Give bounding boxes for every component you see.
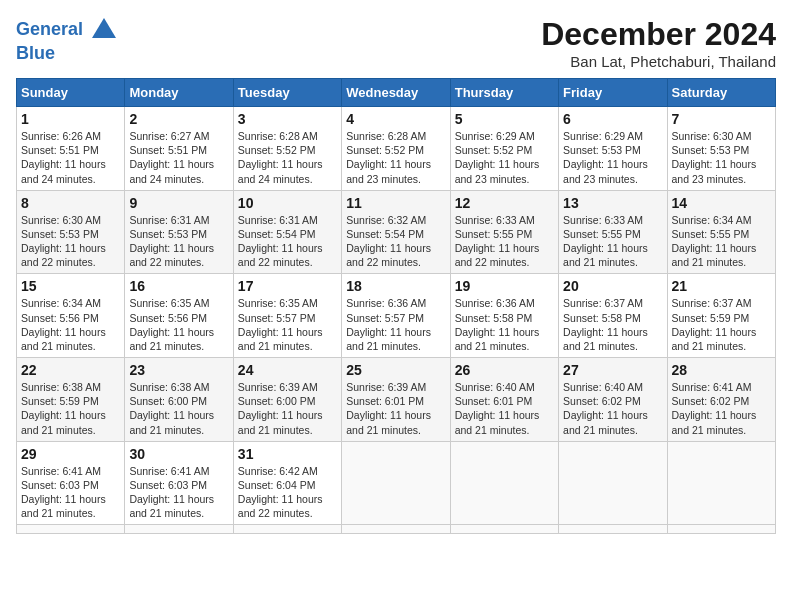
day-info-8: Sunrise: 6:30 AMSunset: 5:53 PMDaylight:… [21, 213, 120, 270]
day-info-1: Sunrise: 6:26 AMSunset: 5:51 PMDaylight:… [21, 129, 120, 186]
day-info-7: Sunrise: 6:30 AMSunset: 5:53 PMDaylight:… [672, 129, 771, 186]
day-info-27: Sunrise: 6:40 AMSunset: 6:02 PMDaylight:… [563, 380, 662, 437]
calendar-week-3: 15Sunrise: 6:34 AMSunset: 5:56 PMDayligh… [17, 274, 776, 358]
calendar-day-20: 20Sunrise: 6:37 AMSunset: 5:58 PMDayligh… [559, 274, 667, 358]
empty-cell [17, 525, 125, 534]
day-info-24: Sunrise: 6:39 AMSunset: 6:00 PMDaylight:… [238, 380, 337, 437]
header-thursday: Thursday [450, 79, 558, 107]
day-number-4: 4 [346, 111, 445, 127]
calendar-day-2: 2Sunrise: 6:27 AMSunset: 5:51 PMDaylight… [125, 107, 233, 191]
calendar-day-7: 7Sunrise: 6:30 AMSunset: 5:53 PMDaylight… [667, 107, 775, 191]
calendar-day-9: 9Sunrise: 6:31 AMSunset: 5:53 PMDaylight… [125, 190, 233, 274]
calendar-day-21: 21Sunrise: 6:37 AMSunset: 5:59 PMDayligh… [667, 274, 775, 358]
empty-cell [233, 525, 341, 534]
calendar-day-6: 6Sunrise: 6:29 AMSunset: 5:53 PMDaylight… [559, 107, 667, 191]
day-info-14: Sunrise: 6:34 AMSunset: 5:55 PMDaylight:… [672, 213, 771, 270]
calendar-day-10: 10Sunrise: 6:31 AMSunset: 5:54 PMDayligh… [233, 190, 341, 274]
header-friday: Friday [559, 79, 667, 107]
calendar-day-18: 18Sunrise: 6:36 AMSunset: 5:57 PMDayligh… [342, 274, 450, 358]
calendar-day-4: 4Sunrise: 6:28 AMSunset: 5:52 PMDaylight… [342, 107, 450, 191]
day-info-12: Sunrise: 6:33 AMSunset: 5:55 PMDaylight:… [455, 213, 554, 270]
calendar-day-23: 23Sunrise: 6:38 AMSunset: 6:00 PMDayligh… [125, 358, 233, 442]
day-number-21: 21 [672, 278, 771, 294]
day-number-11: 11 [346, 195, 445, 211]
day-number-27: 27 [563, 362, 662, 378]
day-info-20: Sunrise: 6:37 AMSunset: 5:58 PMDaylight:… [563, 296, 662, 353]
logo-text2: Blue [16, 44, 118, 64]
location: Ban Lat, Phetchaburi, Thailand [541, 53, 776, 70]
weekday-header-row: Sunday Monday Tuesday Wednesday Thursday… [17, 79, 776, 107]
calendar-table: Sunday Monday Tuesday Wednesday Thursday… [16, 78, 776, 534]
calendar-day-1: 1Sunrise: 6:26 AMSunset: 5:51 PMDaylight… [17, 107, 125, 191]
day-number-30: 30 [129, 446, 228, 462]
empty-cell [342, 525, 450, 534]
day-info-15: Sunrise: 6:34 AMSunset: 5:56 PMDaylight:… [21, 296, 120, 353]
month-title: December 2024 [541, 16, 776, 53]
day-info-18: Sunrise: 6:36 AMSunset: 5:57 PMDaylight:… [346, 296, 445, 353]
day-info-6: Sunrise: 6:29 AMSunset: 5:53 PMDaylight:… [563, 129, 662, 186]
day-number-31: 31 [238, 446, 337, 462]
day-number-1: 1 [21, 111, 120, 127]
calendar-week-5: 29Sunrise: 6:41 AMSunset: 6:03 PMDayligh… [17, 441, 776, 525]
calendar-day-24: 24Sunrise: 6:39 AMSunset: 6:00 PMDayligh… [233, 358, 341, 442]
calendar-day-3: 3Sunrise: 6:28 AMSunset: 5:52 PMDaylight… [233, 107, 341, 191]
day-info-22: Sunrise: 6:38 AMSunset: 5:59 PMDaylight:… [21, 380, 120, 437]
calendar-day-15: 15Sunrise: 6:34 AMSunset: 5:56 PMDayligh… [17, 274, 125, 358]
day-number-5: 5 [455, 111, 554, 127]
day-info-25: Sunrise: 6:39 AMSunset: 6:01 PMDaylight:… [346, 380, 445, 437]
day-number-26: 26 [455, 362, 554, 378]
day-info-3: Sunrise: 6:28 AMSunset: 5:52 PMDaylight:… [238, 129, 337, 186]
day-number-6: 6 [563, 111, 662, 127]
calendar-week-4: 22Sunrise: 6:38 AMSunset: 5:59 PMDayligh… [17, 358, 776, 442]
day-number-12: 12 [455, 195, 554, 211]
day-info-19: Sunrise: 6:36 AMSunset: 5:58 PMDaylight:… [455, 296, 554, 353]
calendar-day-16: 16Sunrise: 6:35 AMSunset: 5:56 PMDayligh… [125, 274, 233, 358]
empty-cell [559, 525, 667, 534]
calendar-day-31: 31Sunrise: 6:42 AMSunset: 6:04 PMDayligh… [233, 441, 341, 525]
calendar-day-12: 12Sunrise: 6:33 AMSunset: 5:55 PMDayligh… [450, 190, 558, 274]
empty-cell [450, 441, 558, 525]
calendar-day-27: 27Sunrise: 6:40 AMSunset: 6:02 PMDayligh… [559, 358, 667, 442]
day-info-16: Sunrise: 6:35 AMSunset: 5:56 PMDaylight:… [129, 296, 228, 353]
day-number-13: 13 [563, 195, 662, 211]
day-number-20: 20 [563, 278, 662, 294]
header-monday: Monday [125, 79, 233, 107]
header-sunday: Sunday [17, 79, 125, 107]
day-number-19: 19 [455, 278, 554, 294]
calendar-day-22: 22Sunrise: 6:38 AMSunset: 5:59 PMDayligh… [17, 358, 125, 442]
day-info-23: Sunrise: 6:38 AMSunset: 6:00 PMDaylight:… [129, 380, 228, 437]
day-number-28: 28 [672, 362, 771, 378]
day-info-9: Sunrise: 6:31 AMSunset: 5:53 PMDaylight:… [129, 213, 228, 270]
calendar-week-2: 8Sunrise: 6:30 AMSunset: 5:53 PMDaylight… [17, 190, 776, 274]
header-tuesday: Tuesday [233, 79, 341, 107]
day-number-10: 10 [238, 195, 337, 211]
day-number-29: 29 [21, 446, 120, 462]
page-header: General Blue December 2024 Ban Lat, Phet… [16, 16, 776, 70]
day-info-29: Sunrise: 6:41 AMSunset: 6:03 PMDaylight:… [21, 464, 120, 521]
day-info-31: Sunrise: 6:42 AMSunset: 6:04 PMDaylight:… [238, 464, 337, 521]
calendar-day-25: 25Sunrise: 6:39 AMSunset: 6:01 PMDayligh… [342, 358, 450, 442]
empty-cell [450, 525, 558, 534]
day-info-2: Sunrise: 6:27 AMSunset: 5:51 PMDaylight:… [129, 129, 228, 186]
calendar-week-6 [17, 525, 776, 534]
calendar-day-8: 8Sunrise: 6:30 AMSunset: 5:53 PMDaylight… [17, 190, 125, 274]
day-info-5: Sunrise: 6:29 AMSunset: 5:52 PMDaylight:… [455, 129, 554, 186]
day-number-23: 23 [129, 362, 228, 378]
day-number-9: 9 [129, 195, 228, 211]
day-number-2: 2 [129, 111, 228, 127]
day-number-14: 14 [672, 195, 771, 211]
day-info-10: Sunrise: 6:31 AMSunset: 5:54 PMDaylight:… [238, 213, 337, 270]
day-info-13: Sunrise: 6:33 AMSunset: 5:55 PMDaylight:… [563, 213, 662, 270]
calendar-day-13: 13Sunrise: 6:33 AMSunset: 5:55 PMDayligh… [559, 190, 667, 274]
calendar-week-1: 1Sunrise: 6:26 AMSunset: 5:51 PMDaylight… [17, 107, 776, 191]
calendar-day-26: 26Sunrise: 6:40 AMSunset: 6:01 PMDayligh… [450, 358, 558, 442]
logo: General Blue [16, 16, 118, 64]
day-number-25: 25 [346, 362, 445, 378]
calendar-day-11: 11Sunrise: 6:32 AMSunset: 5:54 PMDayligh… [342, 190, 450, 274]
day-number-8: 8 [21, 195, 120, 211]
calendar-day-28: 28Sunrise: 6:41 AMSunset: 6:02 PMDayligh… [667, 358, 775, 442]
day-info-4: Sunrise: 6:28 AMSunset: 5:52 PMDaylight:… [346, 129, 445, 186]
calendar-day-5: 5Sunrise: 6:29 AMSunset: 5:52 PMDaylight… [450, 107, 558, 191]
logo-text: General [16, 16, 118, 44]
day-info-17: Sunrise: 6:35 AMSunset: 5:57 PMDaylight:… [238, 296, 337, 353]
